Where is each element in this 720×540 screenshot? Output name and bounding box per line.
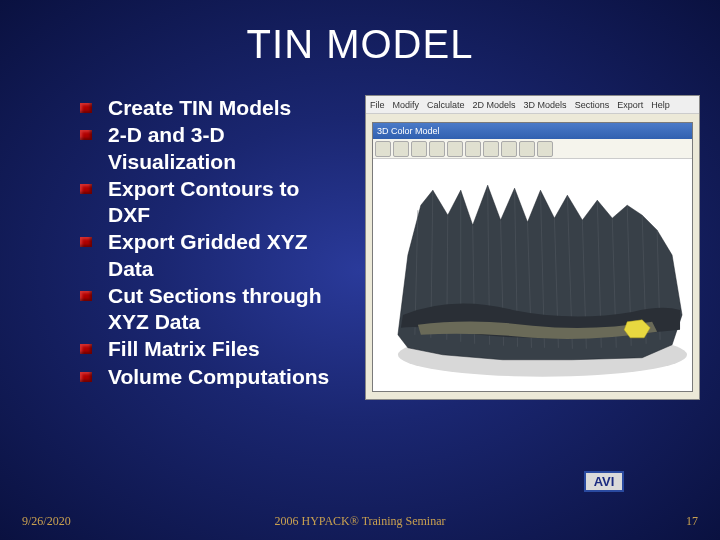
toolbar-icon — [519, 141, 535, 157]
terrain-graphic — [373, 159, 692, 391]
screenshot-area: File Modify Calculate 2D Models 3D Model… — [348, 95, 700, 391]
bullet-list: Create TIN Models 2-D and 3-D Visualizat… — [20, 95, 340, 391]
list-item: Export Gridded XYZ Data — [80, 229, 340, 282]
toolbar-icon — [447, 141, 463, 157]
menu-item: Help — [651, 100, 670, 110]
list-item: Export Contours to DXF — [80, 176, 340, 229]
list-item: Cut Sections through XYZ Data — [80, 283, 340, 336]
avi-button[interactable]: AVI — [584, 471, 624, 492]
list-item: Fill Matrix Files — [80, 336, 340, 362]
list-item: Create TIN Models — [80, 95, 340, 121]
list-item: Volume Computations — [80, 364, 340, 390]
toolbar-icon — [501, 141, 517, 157]
menu-bar: File Modify Calculate 2D Models 3D Model… — [366, 96, 699, 114]
menu-item: Export — [617, 100, 643, 110]
content-area: Create TIN Models 2-D and 3-D Visualizat… — [0, 67, 720, 391]
toolbar-icon — [465, 141, 481, 157]
sub-window-title: 3D Color Model — [373, 123, 692, 139]
list-item: 2-D and 3-D Visualization — [80, 122, 340, 175]
app-window: File Modify Calculate 2D Models 3D Model… — [365, 95, 700, 400]
menu-item: Calculate — [427, 100, 465, 110]
sub-window: 3D Color Model — [372, 122, 693, 392]
toolbar-icon — [393, 141, 409, 157]
menu-item: Modify — [393, 100, 420, 110]
menu-item: File — [370, 100, 385, 110]
footer-center: 2006 HYPACK® Training Seminar — [274, 514, 445, 529]
slide-title: TIN MODEL — [0, 0, 720, 67]
footer-page-number: 17 — [686, 514, 698, 529]
menu-item: Sections — [575, 100, 610, 110]
footer-date: 9/26/2020 — [22, 514, 71, 529]
toolbar-icon — [375, 141, 391, 157]
menu-item: 3D Models — [524, 100, 567, 110]
footer: 9/26/2020 2006 HYPACK® Training Seminar … — [0, 514, 720, 534]
terrain-3d-view — [373, 159, 692, 391]
toolbar-icon — [429, 141, 445, 157]
toolbar-icon — [483, 141, 499, 157]
toolbar-icon — [537, 141, 553, 157]
toolbar — [373, 139, 692, 159]
toolbar-icon — [411, 141, 427, 157]
menu-item: 2D Models — [473, 100, 516, 110]
